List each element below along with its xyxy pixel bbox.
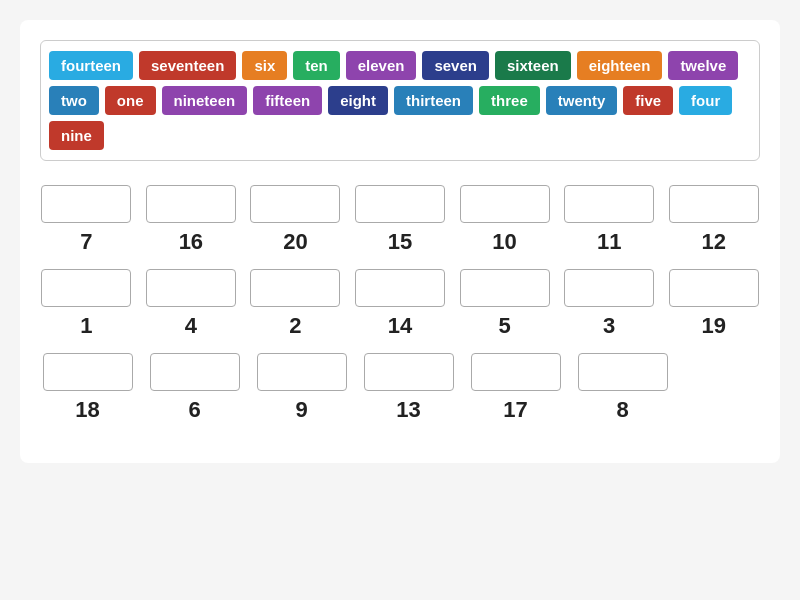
word-chip-seventeen[interactable]: seventeen — [139, 51, 236, 80]
number-label-0-4: 10 — [492, 229, 516, 255]
number-label-0-3: 15 — [388, 229, 412, 255]
word-chip-thirteen[interactable]: thirteen — [394, 86, 473, 115]
drop-box-0-2[interactable] — [250, 185, 340, 223]
number-label-2-0: 18 — [75, 397, 99, 423]
number-label-2-2: 9 — [295, 397, 307, 423]
number-label-0-1: 16 — [179, 229, 203, 255]
number-label-1-5: 3 — [603, 313, 615, 339]
number-label-0-0: 7 — [80, 229, 92, 255]
word-chip-nineteen[interactable]: nineteen — [162, 86, 248, 115]
drop-cell-0-0: 7 — [40, 185, 133, 255]
number-label-1-1: 4 — [185, 313, 197, 339]
drop-cell-2-1: 6 — [147, 353, 242, 423]
word-chip-six[interactable]: six — [242, 51, 287, 80]
drop-box-1-0[interactable] — [41, 269, 131, 307]
number-label-0-6: 12 — [702, 229, 726, 255]
drop-box-1-3[interactable] — [355, 269, 445, 307]
drop-box-0-3[interactable] — [355, 185, 445, 223]
word-chip-fourteen[interactable]: fourteen — [49, 51, 133, 80]
number-label-0-5: 11 — [597, 229, 621, 255]
drop-box-0-1[interactable] — [146, 185, 236, 223]
drop-section: 7162015101112142145319186913178 — [40, 185, 760, 423]
drop-cell-0-1: 16 — [145, 185, 238, 255]
drop-box-2-0[interactable] — [43, 353, 133, 391]
drop-cell-2-2: 9 — [254, 353, 349, 423]
drop-box-2-3[interactable] — [364, 353, 454, 391]
drop-cell-0-5: 11 — [563, 185, 656, 255]
drop-box-0-5[interactable] — [564, 185, 654, 223]
number-label-2-4: 17 — [503, 397, 527, 423]
word-chip-seven[interactable]: seven — [422, 51, 489, 80]
drop-cell-1-2: 2 — [249, 269, 342, 339]
drop-cell-1-0: 1 — [40, 269, 133, 339]
number-label-2-3: 13 — [396, 397, 420, 423]
drop-cell-1-1: 4 — [145, 269, 238, 339]
drop-cell-2-3: 13 — [361, 353, 456, 423]
word-chip-two[interactable]: two — [49, 86, 99, 115]
word-chip-sixteen[interactable]: sixteen — [495, 51, 571, 80]
word-chip-eleven[interactable]: eleven — [346, 51, 417, 80]
word-chip-one[interactable]: one — [105, 86, 156, 115]
drop-row-2: 186913178 — [40, 353, 760, 423]
word-chip-fifteen[interactable]: fifteen — [253, 86, 322, 115]
drop-cell-0-6: 12 — [667, 185, 760, 255]
drop-box-1-6[interactable] — [669, 269, 759, 307]
number-label-1-4: 5 — [498, 313, 510, 339]
drop-cell-0-4: 10 — [458, 185, 551, 255]
drop-cell-0-2: 20 — [249, 185, 342, 255]
drop-box-0-0[interactable] — [41, 185, 131, 223]
word-chip-five[interactable]: five — [623, 86, 673, 115]
drop-cell-1-3: 14 — [354, 269, 447, 339]
word-chip-twelve[interactable]: twelve — [668, 51, 738, 80]
drop-box-2-4[interactable] — [471, 353, 561, 391]
drop-box-1-4[interactable] — [460, 269, 550, 307]
drop-cell-1-6: 19 — [667, 269, 760, 339]
word-chip-eight[interactable]: eight — [328, 86, 388, 115]
drop-box-1-2[interactable] — [250, 269, 340, 307]
drop-box-2-2[interactable] — [257, 353, 347, 391]
drop-box-0-4[interactable] — [460, 185, 550, 223]
number-label-1-3: 14 — [388, 313, 412, 339]
number-label-2-5: 8 — [616, 397, 628, 423]
number-label-1-6: 19 — [702, 313, 726, 339]
drop-row-0: 7162015101112 — [40, 185, 760, 255]
word-chip-eighteen[interactable]: eighteen — [577, 51, 663, 80]
number-label-1-2: 2 — [289, 313, 301, 339]
number-label-1-0: 1 — [80, 313, 92, 339]
drop-box-2-1[interactable] — [150, 353, 240, 391]
drop-cell-1-5: 3 — [563, 269, 656, 339]
drop-cell-1-4: 5 — [458, 269, 551, 339]
drop-box-1-1[interactable] — [146, 269, 236, 307]
drop-box-1-5[interactable] — [564, 269, 654, 307]
page-container: fourteenseventeensixtenelevensevensixtee… — [20, 20, 780, 463]
drop-cell-2-0: 18 — [40, 353, 135, 423]
drop-row-1: 142145319 — [40, 269, 760, 339]
number-label-0-2: 20 — [283, 229, 307, 255]
drop-cell-2-5: 8 — [575, 353, 670, 423]
drop-box-2-5[interactable] — [578, 353, 668, 391]
word-chip-ten[interactable]: ten — [293, 51, 340, 80]
drop-cell-0-3: 15 — [354, 185, 447, 255]
word-chip-four[interactable]: four — [679, 86, 732, 115]
word-chip-nine[interactable]: nine — [49, 121, 104, 150]
word-chip-three[interactable]: three — [479, 86, 540, 115]
word-chip-twenty[interactable]: twenty — [546, 86, 618, 115]
drop-box-0-6[interactable] — [669, 185, 759, 223]
drop-cell-2-4: 17 — [468, 353, 563, 423]
number-label-2-1: 6 — [188, 397, 200, 423]
word-bank: fourteenseventeensixtenelevensevensixtee… — [40, 40, 760, 161]
